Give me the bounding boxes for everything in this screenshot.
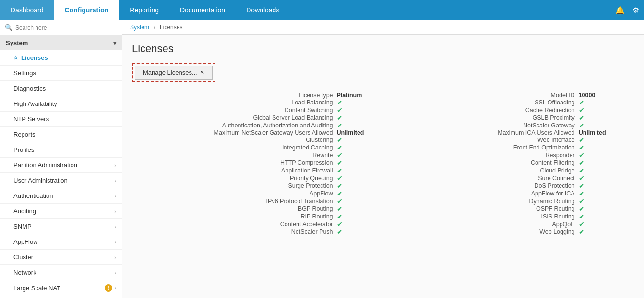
spacer <box>393 205 417 213</box>
sidebar-item-right: › <box>114 178 116 183</box>
warning-icon: ! <box>105 284 112 292</box>
sidebar-item-left: Authentication <box>13 192 53 199</box>
table-row: RIP Routing✔ISIS Routing✔ <box>132 213 634 220</box>
search-input[interactable] <box>15 24 117 31</box>
spacer <box>393 228 417 236</box>
right-label: AppFlow for ICA <box>417 190 579 197</box>
breadcrumb-system[interactable]: System <box>130 24 149 31</box>
sidebar-search-bar[interactable]: 🔍 <box>0 20 122 35</box>
main-layout: 🔍 System ▾ ☆LicensesSettingsDiagnosticsH… <box>0 20 644 298</box>
chevron-right-icon: › <box>114 239 116 245</box>
sidebar-item-label: Authentication <box>13 192 53 199</box>
tab-reporting[interactable]: Reporting <box>119 0 169 20</box>
spacer <box>393 159 417 167</box>
sidebar-item-licenses[interactable]: ☆Licenses <box>0 50 122 66</box>
bell-icon[interactable]: 🔔 <box>615 6 625 15</box>
sidebar-item-label: SNMP <box>13 223 32 230</box>
sidebar-item-cloudbridge-connector[interactable]: CloudBridge Connector!› <box>0 296 122 298</box>
sidebar-section-system[interactable]: System ▾ <box>0 35 122 50</box>
right-label: Sure Connect <box>417 174 579 182</box>
sidebar-item-snmp[interactable]: SNMP› <box>0 219 122 234</box>
search-icon: 🔍 <box>5 24 12 31</box>
right-label: ISIS Routing <box>417 213 579 220</box>
table-row: Surge Protection✔DoS Protection✔ <box>132 182 634 190</box>
left-label: IPv6 Protocol Translation <box>132 197 337 205</box>
sidebar-item-high-availability[interactable]: High Availability <box>0 96 122 112</box>
sidebar-section-label: System <box>6 39 28 46</box>
sidebar-item-authentication[interactable]: Authentication› <box>0 188 122 204</box>
sidebar-item-label: Licenses <box>21 54 48 61</box>
spacer <box>393 190 417 197</box>
right-label: Cache Redirection <box>417 106 579 114</box>
tab-documentation[interactable]: Documentation <box>169 0 236 20</box>
right-value: ✔ <box>579 99 634 106</box>
table-row: Priority Queuing✔Sure Connect✔ <box>132 174 634 182</box>
sidebar-item-left: Partition Administration <box>13 161 77 169</box>
manage-licenses-button[interactable]: Manage Licenses... ↖ <box>135 66 213 80</box>
sidebar-item-user-administration[interactable]: User Administration› <box>0 173 122 188</box>
table-row: Maximum NetScaler Gateway Users AllowedU… <box>132 129 634 136</box>
sidebar-item-diagnostics[interactable]: Diagnostics <box>0 81 122 96</box>
left-value: ✔ <box>337 114 393 122</box>
table-row: AppFlow✔AppFlow for ICA✔ <box>132 190 634 197</box>
tab-downloads[interactable]: Downloads <box>236 0 290 20</box>
breadcrumb-separator: / <box>154 24 155 31</box>
sidebar-item-network[interactable]: Network› <box>0 265 122 280</box>
sidebar-item-left: NTP Servers <box>13 115 49 123</box>
table-row: IPv6 Protocol Translation✔Dynamic Routin… <box>132 197 634 205</box>
spacer <box>393 167 417 174</box>
sidebar-item-cluster[interactable]: Cluster› <box>0 250 122 265</box>
sidebar-item-left: Network <box>13 269 36 276</box>
table-row: Clustering✔Web Interface✔ <box>132 136 634 144</box>
sidebar-item-settings[interactable]: Settings <box>0 66 122 81</box>
tab-dashboard[interactable]: Dashboard <box>0 0 54 20</box>
chevron-down-icon: ▾ <box>113 40 116 46</box>
left-label: License type <box>132 92 337 99</box>
sidebar-item-ntp-servers[interactable]: NTP Servers <box>0 112 122 127</box>
left-label: RIP Routing <box>132 213 337 220</box>
right-value: Unlimited <box>579 129 634 136</box>
sidebar-item-right: › <box>114 254 116 260</box>
right-label: GSLB Proximity <box>417 114 579 122</box>
spacer <box>393 197 417 205</box>
sidebar-item-left: Settings <box>13 69 36 77</box>
sidebar-item-label: High Availability <box>13 100 57 107</box>
left-value: ✔ <box>337 106 393 114</box>
table-row: Global Server Load Balancing✔GSLB Proxim… <box>132 114 634 122</box>
right-value: ✔ <box>579 122 634 129</box>
spacer <box>393 174 417 182</box>
chevron-right-icon: › <box>114 162 116 168</box>
sidebar-item-label: Auditing <box>13 207 36 215</box>
spacer <box>393 114 417 122</box>
sidebar-item-right: › <box>114 270 116 275</box>
right-value: ✔ <box>579 205 634 213</box>
right-value: ✔ <box>579 136 634 144</box>
spacer <box>393 99 417 106</box>
right-value: ✔ <box>579 213 634 220</box>
sidebar-item-profiles[interactable]: Profiles <box>0 142 122 158</box>
sidebar-item-right: › <box>114 208 116 214</box>
left-label: Load Balancing <box>132 99 337 106</box>
sidebar-item-large-scale-nat[interactable]: Large Scale NAT!› <box>0 280 122 296</box>
sidebar-item-partition-administration[interactable]: Partition Administration› <box>0 158 122 173</box>
sidebar-item-label: AppFlow <box>13 238 38 245</box>
tab-configuration[interactable]: Configuration <box>54 0 119 20</box>
spacer <box>393 92 417 99</box>
right-value: ✔ <box>579 197 634 205</box>
sidebar-item-left: Diagnostics <box>13 85 46 92</box>
right-label: SSL Offloading <box>417 99 579 106</box>
right-label: Cloud Bridge <box>417 167 579 174</box>
sidebar-item-label: Reports <box>13 131 36 138</box>
left-label: Priority Queuing <box>132 174 337 182</box>
sidebar-items-container: ☆LicensesSettingsDiagnosticsHigh Availab… <box>0 50 122 298</box>
gear-icon[interactable]: ⚙ <box>632 6 639 15</box>
sidebar-item-appflow[interactable]: AppFlow› <box>0 234 122 250</box>
sidebar-item-auditing[interactable]: Auditing› <box>0 204 122 219</box>
left-label: Rewrite <box>132 151 337 159</box>
sidebar-item-reports[interactable]: Reports <box>0 127 122 142</box>
sidebar-item-label: Profiles <box>13 146 34 153</box>
left-label: Content Accelerator <box>132 220 337 228</box>
sidebar-item-right: › <box>114 239 116 245</box>
left-value: ✔ <box>337 228 393 236</box>
right-label: OSPF Routing <box>417 205 579 213</box>
